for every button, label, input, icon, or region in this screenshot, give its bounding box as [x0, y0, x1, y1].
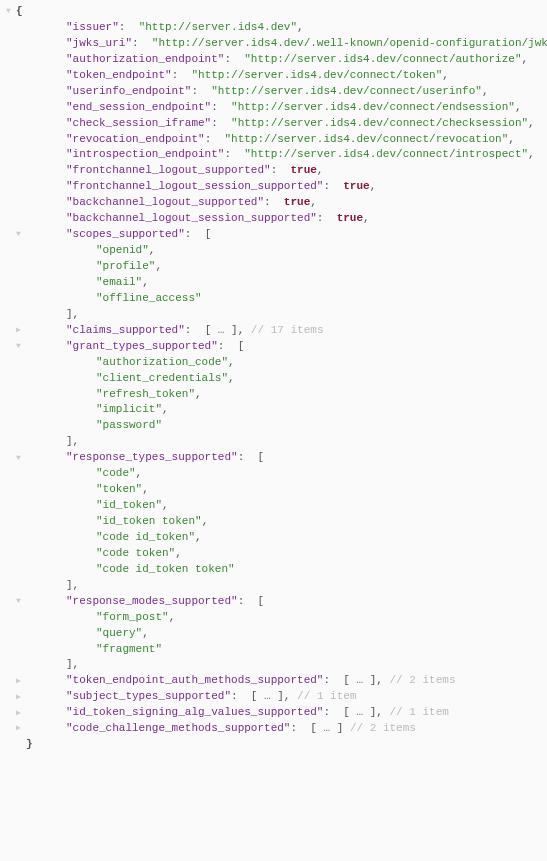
json-key: "token_endpoint_auth_methods_supported" — [66, 674, 323, 686]
json-key: "backchannel_logout_session_supported" — [66, 212, 317, 224]
json-bool: true — [343, 180, 369, 192]
fold-gutter[interactable]: ▼ — [6, 5, 16, 17]
json-string: "password" — [96, 419, 162, 431]
json-string: "profile" — [96, 260, 155, 272]
json-string: "query" — [96, 627, 142, 639]
fold-gutter[interactable]: ▶ — [16, 675, 26, 687]
json-string: "id_token token" — [96, 515, 202, 527]
brace-open: { — [16, 5, 23, 17]
json-key: "frontchannel_logout_supported" — [66, 164, 271, 176]
fold-gutter[interactable]: ▼ — [16, 452, 26, 464]
json-bool: true — [290, 164, 316, 176]
json-string: "email" — [96, 276, 142, 288]
item-count: // 17 items — [251, 324, 324, 336]
json-bool: true — [284, 196, 310, 208]
json-string: "implicit" — [96, 403, 162, 415]
json-key: "authorization_endpoint" — [66, 53, 224, 65]
json-key: "issuer" — [66, 21, 119, 33]
json-key: "code_challenge_methods_supported" — [66, 722, 290, 734]
json-string: "openid" — [96, 244, 149, 256]
json-string: "http://server.ids4.dev/connect/endsessi… — [231, 101, 515, 113]
item-count: // 1 item — [389, 706, 448, 718]
json-string: "code id_token" — [96, 531, 195, 543]
json-key: "response_types_supported" — [66, 451, 238, 463]
json-string: "http://server.ids4.dev/connect/checkses… — [231, 117, 528, 129]
json-key: "token_endpoint" — [66, 69, 172, 81]
json-key: "backchannel_logout_supported" — [66, 196, 264, 208]
json-string: "offline_access" — [96, 292, 202, 304]
ellipsis-icon[interactable]: … — [356, 706, 363, 718]
item-count: // 2 items — [389, 674, 455, 686]
json-string: "form_post" — [96, 611, 169, 623]
item-count: // 2 items — [350, 722, 416, 734]
json-string: "code id_token token" — [96, 563, 235, 575]
json-key: "end_session_endpoint" — [66, 101, 211, 113]
json-bool: true — [337, 212, 363, 224]
fold-gutter[interactable]: ▶ — [16, 707, 26, 719]
json-key: "id_token_signing_alg_values_supported" — [66, 706, 323, 718]
json-key: "userinfo_endpoint" — [66, 85, 191, 97]
ellipsis-icon[interactable]: … — [218, 324, 225, 336]
json-string: "refresh_token" — [96, 388, 195, 400]
json-key: "jwks_uri" — [66, 37, 132, 49]
json-key: "scopes_supported" — [66, 228, 185, 240]
json-key: "grant_types_supported" — [66, 340, 218, 352]
json-string: "http://server.ids4.dev/connect/authoriz… — [244, 53, 521, 65]
json-string: "code" — [96, 467, 136, 479]
fold-gutter[interactable]: ▼ — [16, 595, 26, 607]
json-string: "http://server.ids4.dev/connect/token" — [191, 69, 442, 81]
json-string: "token" — [96, 483, 142, 495]
ellipsis-icon[interactable]: … — [323, 722, 330, 734]
json-string: "fragment" — [96, 643, 162, 655]
json-key: "introspection_endpoint" — [66, 148, 224, 160]
json-string: "http://server.ids4.dev" — [139, 21, 297, 33]
json-string: "code token" — [96, 547, 175, 559]
fold-gutter[interactable]: ▶ — [16, 722, 26, 734]
item-count: // 1 item — [297, 690, 356, 702]
json-string: "http://server.ids4.dev/connect/userinfo… — [211, 85, 482, 97]
brace-close: } — [26, 738, 33, 750]
json-key: "claims_supported" — [66, 324, 185, 336]
json-string: "authorization_code" — [96, 356, 228, 368]
json-key: "check_session_iframe" — [66, 117, 211, 129]
ellipsis-icon[interactable]: … — [356, 674, 363, 686]
json-string: "http://server.ids4.dev/connect/revocati… — [224, 133, 508, 145]
json-key: "response_modes_supported" — [66, 595, 238, 607]
fold-gutter[interactable]: ▼ — [16, 340, 26, 352]
json-key: "revocation_endpoint" — [66, 133, 205, 145]
json-string: "http://server.ids4.dev/.well-known/open… — [152, 37, 547, 49]
json-string: "http://server.ids4.dev/connect/introspe… — [244, 148, 528, 160]
json-key: "frontchannel_logout_session_supported" — [66, 180, 323, 192]
fold-gutter[interactable]: ▶ — [16, 324, 26, 336]
json-string: "id_token" — [96, 499, 162, 511]
json-key: "subject_types_supported" — [66, 690, 231, 702]
json-string: "client_credentials" — [96, 372, 228, 384]
ellipsis-icon[interactable]: … — [264, 690, 271, 702]
fold-gutter[interactable]: ▶ — [16, 691, 26, 703]
fold-gutter[interactable]: ▼ — [16, 228, 26, 240]
